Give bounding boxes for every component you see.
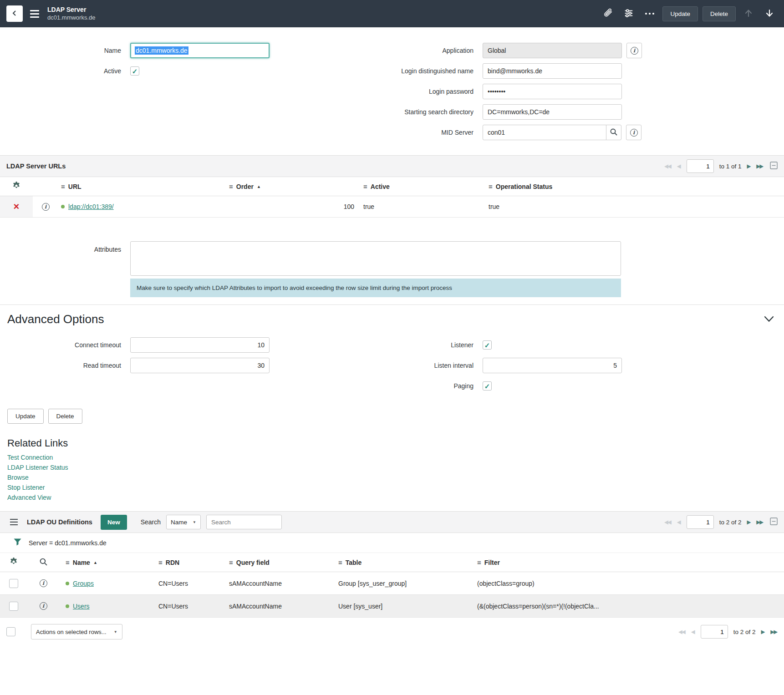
context-menu-icon[interactable] [27,7,42,20]
collapse-list-button[interactable] [770,517,778,527]
gear-icon[interactable] [12,181,21,192]
sort-ascending-icon: ▲ [93,560,97,565]
row-select-cell [0,572,27,594]
last-page-button[interactable]: ▶▶ [756,163,764,169]
filter-funnel-icon[interactable] [14,538,21,547]
new-button[interactable]: New [101,515,127,530]
column-header-active[interactable]: ≡ Active [361,183,486,190]
more-options-button[interactable] [641,5,658,22]
chevron-down-icon [764,317,774,324]
column-header-operational-status[interactable]: ≡ Operational Status [486,183,784,190]
operational-status-cell: true [486,203,784,210]
gear-icon[interactable] [9,557,18,568]
page-input[interactable] [701,625,728,639]
preview-record-icon[interactable]: i [40,579,47,587]
application-info-button[interactable]: i [626,43,642,58]
next-record-button[interactable] [761,5,778,22]
next-page-button[interactable]: ▶ [747,163,751,169]
login-password-input[interactable] [483,84,622,99]
paging-checkbox[interactable]: ✓ [483,381,492,391]
row-info-cell: i [27,595,59,617]
bar [30,13,39,15]
search-field-select[interactable]: Name ▼ [166,515,201,529]
search-icon[interactable] [39,558,48,568]
listen-interval-input[interactable] [483,358,622,373]
back-button[interactable] [6,5,23,22]
column-header-filter[interactable]: ≡ Filter [474,558,784,566]
previous-record-button[interactable] [740,5,757,22]
row-checkbox[interactable] [9,602,18,611]
update-button-header[interactable]: Update [662,6,698,21]
related-link-test-connection[interactable]: Test Connection [7,454,777,461]
url-cell: ldap://dc01:389/ [58,203,226,210]
connect-timeout-input[interactable] [130,337,270,353]
actions-select-value: Actions on selected rows... [36,629,107,635]
next-page-button[interactable]: ▶ [761,629,765,635]
previous-page-button[interactable]: ◀ [677,519,681,525]
collapse-section-button[interactable] [764,316,774,324]
column-header-rdn[interactable]: ≡ RDN [156,558,226,566]
related-link-browse[interactable]: Browse [7,474,777,481]
first-page-button[interactable]: ◀◀ [664,519,672,525]
record-dot-icon [66,582,69,585]
related-link-ldap-listener-status[interactable]: LDAP Listener Status [7,464,777,471]
starting-search-directory-input[interactable] [483,104,622,120]
attachments-button[interactable] [600,5,616,22]
previous-page-button[interactable]: ◀ [691,629,695,635]
active-checkbox[interactable]: ✓ [130,66,139,76]
column-menu-icon: ≡ [229,183,233,190]
previous-page-button[interactable]: ◀ [677,163,681,169]
mid-server-lookup-button[interactable] [606,125,621,140]
column-menu-icon: ≡ [66,558,70,566]
form-right-column: Application i Login distinguished name L… [299,43,777,145]
actions-on-selected-rows-select[interactable]: Actions on selected rows... ▼ [31,624,122,639]
column-label: Active [371,183,390,190]
delete-button[interactable]: Delete [48,409,82,424]
mid-server-input[interactable] [483,125,606,140]
login-password-label: Login password [299,88,483,95]
first-page-button[interactable]: ◀◀ [678,629,686,635]
filter-text: (&(objectClass=person)(sn=*)(!(objectCla… [477,603,599,610]
name-input[interactable]: dc01.mmworks.de [130,43,270,58]
personalize-form-button[interactable] [621,5,637,22]
column-label: Operational Status [496,183,552,190]
read-timeout-input[interactable] [130,358,270,373]
next-page-button[interactable]: ▶ [747,519,751,525]
column-header-name[interactable]: ≡ Name ▲ [59,558,156,566]
last-page-button[interactable]: ▶▶ [770,629,778,635]
search-input[interactable] [206,515,282,529]
update-button[interactable]: Update [7,409,44,424]
listener-checkbox[interactable]: ✓ [483,340,492,350]
filter-cell: (objectClass=group) [474,580,784,587]
column-header-table[interactable]: ≡ Table [336,558,474,566]
application-input[interactable] [483,43,622,58]
preview-record-icon[interactable]: i [42,203,50,211]
delete-button-header[interactable]: Delete [703,6,736,21]
column-header-query-field[interactable]: ≡ Query field [226,558,336,566]
select-all-checkbox[interactable] [6,627,15,636]
column-header-url[interactable]: ≡ URL [58,183,226,190]
attributes-field: Make sure to specify which LDAP Attribut… [130,241,621,297]
column-header-order[interactable]: ≡ Order ▲ [226,183,361,190]
title-block: LDAP Server dc01.mmworks.de [47,5,95,21]
url-link[interactable]: ldap://dc01:389/ [68,203,114,210]
related-link-advanced-view[interactable]: Advanced View [7,494,777,501]
filter-breadcrumb[interactable]: Server = dc01.mmworks.de [29,539,107,547]
related-link-stop-listener[interactable]: Stop Listener [7,484,777,491]
row-checkbox[interactable] [9,579,18,588]
record-link[interactable]: Groups [73,580,94,587]
page-input[interactable] [687,515,714,529]
row-info-cell: i [27,572,59,594]
delete-row-icon[interactable]: × [14,202,20,212]
urls-table-header: ≡ URL ≡ Order ▲ ≡ Active ≡ Operational S… [0,177,784,196]
list-context-menu-icon[interactable] [6,515,21,529]
collapse-list-button[interactable] [770,162,778,171]
attributes-textarea[interactable] [130,241,621,276]
first-page-button[interactable]: ◀◀ [664,163,672,169]
record-link[interactable]: Users [73,603,90,610]
preview-record-icon[interactable]: i [40,602,47,610]
last-page-button[interactable]: ▶▶ [756,519,764,525]
mid-server-info-button[interactable]: i [626,125,641,140]
page-input[interactable] [687,159,714,173]
login-dn-input[interactable] [483,63,622,79]
